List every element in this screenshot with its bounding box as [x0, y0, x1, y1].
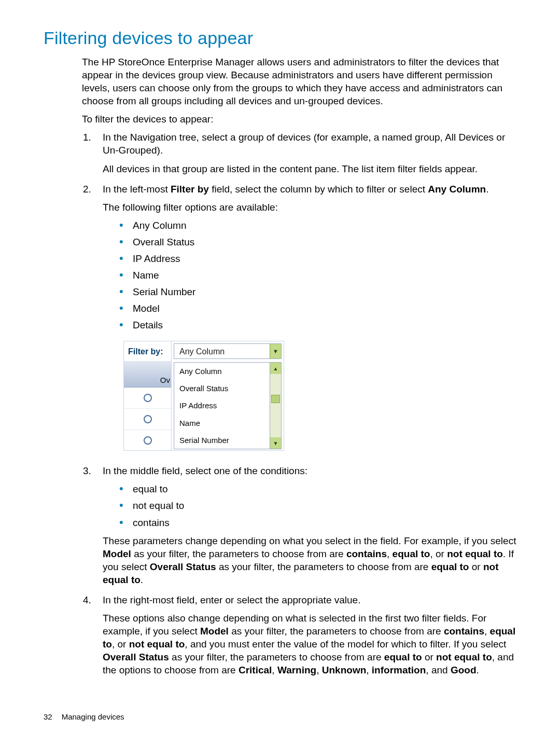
scroll-up-button[interactable]: ▲: [270, 363, 281, 374]
step3-text-a: In the middle field, select one of the c…: [103, 464, 516, 477]
dropdown-option[interactable]: Name: [174, 415, 270, 432]
column-header-overall[interactable]: Ov: [124, 361, 171, 388]
list-item: not equal to: [119, 499, 516, 512]
dropdown-option[interactable]: Any Column: [174, 363, 270, 380]
chevron-down-icon: ▼: [273, 348, 278, 355]
dropdown-toggle-button[interactable]: ▼: [270, 344, 281, 358]
list-item: IP Address: [119, 252, 516, 265]
filter-by-selected: Any Column: [174, 346, 270, 357]
dropdown-option[interactable]: IP Address: [174, 397, 270, 415]
filter-by-screenshot: Filter by: Any Column ▼ Ov: [123, 341, 516, 451]
list-item: Serial Number: [119, 285, 516, 298]
list-item: Any Column: [119, 219, 516, 232]
scroll-down-button[interactable]: ▼: [270, 437, 281, 449]
list-item: Name: [119, 269, 516, 282]
step-number-3: 3.: [82, 464, 103, 591]
lead-in: To filter the devices to appear:: [82, 113, 516, 126]
conditions-list: equal to not equal to contains: [119, 482, 516, 529]
filter-by-label: Filter by:: [124, 341, 172, 361]
list-item: contains: [119, 516, 516, 529]
radio-icon: [144, 415, 152, 423]
step2-text: In the left-most Filter by field, select…: [103, 183, 516, 196]
chevron-up-icon: ▲: [273, 365, 278, 372]
step4-text-b: These options also change depending on w…: [103, 612, 516, 676]
list-item: Details: [119, 319, 516, 331]
list-item: Model: [119, 302, 516, 315]
scroll-thumb[interactable]: [271, 395, 280, 403]
scroll-track[interactable]: [270, 374, 281, 437]
scrollbar[interactable]: ▲ ▼: [270, 362, 282, 449]
list-item: equal to: [119, 482, 516, 495]
row-radio[interactable]: [124, 409, 171, 430]
dropdown-option[interactable]: Overall Status: [174, 380, 270, 397]
dropdown-option[interactable]: Serial Number: [174, 432, 270, 449]
chevron-down-icon: ▼: [273, 440, 278, 447]
step-number-4: 4.: [82, 593, 103, 682]
row-radio[interactable]: [124, 388, 171, 409]
footer-title: Managing devices: [62, 712, 124, 721]
step4-text-a: In the right-most field, enter or select…: [103, 593, 516, 606]
section-heading: Filtering devices to appear: [44, 28, 516, 48]
intro-paragraph: The HP StoreOnce Enterprise Manager allo…: [82, 56, 516, 107]
page-footer: 32Managing devices: [44, 712, 124, 721]
step-number-1: 1.: [82, 131, 103, 180]
step2-follow: The following filter options are availab…: [103, 201, 516, 214]
step1-text-a: In the Navigation tree, select a group o…: [103, 131, 516, 157]
dropdown-list[interactable]: Any Column Overall Status IP Address Nam…: [174, 362, 270, 449]
filter-by-dropdown[interactable]: Any Column ▼: [174, 343, 282, 359]
row-radio[interactable]: [124, 430, 171, 451]
step-number-2: 2.: [82, 183, 103, 463]
radio-icon: [144, 394, 152, 402]
filter-options-list: Any Column Overall Status IP Address Nam…: [119, 219, 516, 332]
step3-text-b: These parameters change depending on wha…: [103, 534, 516, 586]
page-number: 32: [44, 712, 52, 721]
radio-icon: [144, 436, 152, 445]
list-item: Overall Status: [119, 236, 516, 248]
step1-text-b: All devices in that group are listed in …: [103, 162, 516, 175]
